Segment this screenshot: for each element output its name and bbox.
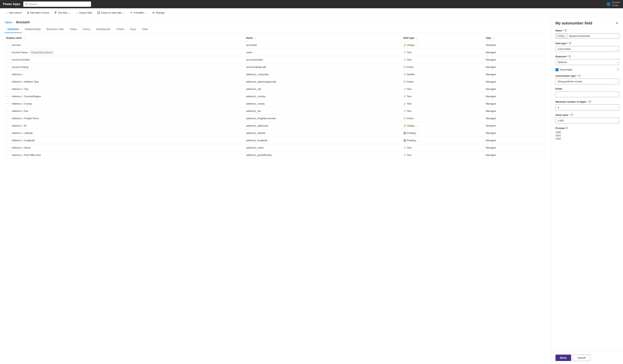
primary-badge: Primary Name Column (30, 51, 53, 54)
cell-data-type: 📝Text (402, 144, 484, 151)
dots-menu[interactable]: ··· (6, 65, 10, 68)
prefix-field-group: Prefix (556, 87, 619, 97)
dots-menu[interactable]: ··· (6, 80, 10, 83)
get-data-button[interactable]: 🗄 Get data ⌄ (52, 9, 73, 16)
ai-builder-button[interactable]: ✦ AI Builder ⌄ (128, 9, 149, 16)
table-row: ··· Address 1: City address1_city 📝Text … (4, 85, 547, 93)
dots-menu[interactable]: ··· (6, 153, 10, 156)
min-digits-label: Minimum number of digits * ⓘ (556, 100, 619, 103)
data-type-icon: 🔑 (403, 125, 406, 127)
seed-label: Seed value * ⓘ (556, 113, 619, 117)
preview-value: 1000 (556, 131, 619, 134)
cell-name: address1_addresstypecode (245, 78, 402, 85)
seed-info-icon[interactable]: ⓘ (571, 113, 573, 117)
dots-menu[interactable]: ··· (6, 131, 10, 134)
cell-type: Managed (484, 85, 547, 93)
dots-menu[interactable]: ··· (6, 117, 10, 120)
tab-data[interactable]: Data (139, 26, 151, 33)
required-select[interactable]: Optional Business required Business reco… (556, 59, 619, 65)
tab-business_rules[interactable]: Business rules (44, 26, 67, 33)
tab-relationships[interactable]: Relationships (22, 26, 44, 33)
tab-keys[interactable]: Keys (127, 26, 139, 33)
dots-menu[interactable]: ··· (6, 102, 10, 105)
data-type-icon: ☰ (403, 66, 405, 68)
columns-table: Display name ↑↓ Name ⌄ Data type ⌄ Type … (4, 35, 547, 159)
seed-input[interactable] (556, 118, 619, 124)
dots-menu[interactable]: ··· (6, 43, 10, 46)
export-icon: ↔ (76, 11, 78, 14)
export-data-button[interactable]: ↔ Export data (73, 9, 94, 16)
col-header-display-name[interactable]: Display name ↑↓ (4, 35, 245, 41)
table-row: ··· Account Name Primary Name Column nam… (4, 49, 547, 56)
cell-type: Managed (484, 107, 547, 115)
ai-icon: ✦ (130, 11, 132, 14)
min-digits-input[interactable] (556, 105, 619, 110)
name-input-row: cr25d_ (556, 33, 619, 39)
main-area: Tables › Account ColumnsRelationshipsBus… (0, 17, 623, 364)
name-field-group: Name * ⓘ cr25d_ (556, 29, 619, 39)
col-header-data-type[interactable]: Data type ⌄ (402, 35, 484, 41)
autonumber-type-info-icon[interactable]: ⓘ (578, 74, 580, 77)
prefix-input[interactable] (556, 91, 619, 97)
settings-button[interactable]: ⚙ Settings (150, 9, 167, 16)
cell-display-name: ··· Account Name Primary Name Column (4, 49, 245, 56)
data-type-icon: 📝 (403, 59, 406, 61)
data-type-icon: 📝 (403, 73, 406, 76)
done-button[interactable]: Done (556, 355, 571, 361)
cell-name: address1_fax (245, 107, 402, 115)
add-column-button[interactable]: ＋ Add column (3, 9, 24, 16)
data-type-icon: 🔢 (403, 132, 406, 134)
searchable-info-icon[interactable]: ⓘ (617, 68, 619, 71)
required-info-icon[interactable]: ⓘ (568, 55, 571, 58)
data-type-icon: 📝 (403, 147, 406, 149)
dots-menu[interactable]: ··· (6, 87, 10, 90)
tab-views[interactable]: Views (67, 26, 80, 33)
breadcrumb-tables-link[interactable]: Tables (4, 21, 12, 24)
cell-name: name (245, 49, 402, 56)
cell-data-type: 📝Text (402, 107, 484, 115)
data-type-icon: 🔢 (403, 139, 406, 142)
dots-menu[interactable]: ··· (6, 51, 10, 54)
tab-dashboards[interactable]: Dashboards (93, 26, 113, 33)
required-select-wrapper: Optional Business required Business reco… (556, 59, 619, 65)
cell-name: address1_city (245, 85, 402, 93)
dots-menu[interactable]: ··· (6, 146, 10, 149)
cell-type: Managed (484, 144, 547, 151)
preview-values: 100010011002 (556, 131, 619, 140)
dots-menu[interactable]: ··· (6, 109, 10, 112)
dots-menu[interactable]: ··· (6, 124, 10, 127)
dots-menu[interactable]: ··· (6, 73, 10, 76)
data-type-icon: 🔑 (403, 44, 406, 46)
cell-display-name: ··· Address 1: Freight Terms (4, 115, 245, 122)
cancel-button[interactable]: Cancel (573, 355, 590, 361)
name-info-icon[interactable]: ⓘ (564, 29, 567, 32)
data-type-label: Data type * ⓘ (556, 42, 619, 45)
search-box[interactable]: 🔍 (23, 1, 91, 7)
cell-data-type: 📝Text (402, 85, 484, 93)
cell-data-type: 📝Text (402, 151, 484, 159)
min-digits-info-icon[interactable]: ⓘ (589, 100, 591, 103)
table-row: ··· Account Rating accountratingcode ☰Ch… (4, 63, 547, 71)
cell-type: Managed (484, 100, 547, 107)
dots-menu[interactable]: ··· (6, 139, 10, 142)
panel-close-button[interactable]: ✕ (615, 20, 619, 26)
col-header-name[interactable]: Name ⌄ (245, 35, 402, 41)
data-type-select[interactable]: Autonumber (556, 46, 619, 52)
data-type-icon: 📝 (403, 88, 406, 90)
preview-info-icon[interactable]: ⓘ (565, 127, 568, 130)
panel-header: My autonumber field ✕ (552, 17, 623, 29)
tab-charts[interactable]: Charts (113, 26, 127, 33)
edit-excel-button[interactable]: ⊞ Edit data in Excel (25, 9, 51, 16)
data-type-info-icon[interactable]: ⓘ (569, 42, 571, 45)
name-input[interactable] (567, 33, 619, 39)
export-lake-button[interactable]: 🔄 Export to data lake ⌄ (95, 9, 127, 16)
table-row: ··· Address 1: Country/Region address1_c… (4, 93, 547, 100)
autonumber-type-select[interactable]: String prefixed number Date prefixed num… (556, 79, 619, 85)
tab-forms[interactable]: Forms (80, 26, 93, 33)
dots-menu[interactable]: ··· (6, 95, 10, 98)
search-input[interactable] (29, 3, 89, 6)
tab-columns[interactable]: Columns (4, 26, 22, 33)
dots-menu[interactable]: ··· (6, 58, 10, 61)
searchable-checkbox[interactable]: ✓ (556, 68, 558, 71)
col-header-type[interactable]: Type ⌄ (484, 35, 547, 41)
